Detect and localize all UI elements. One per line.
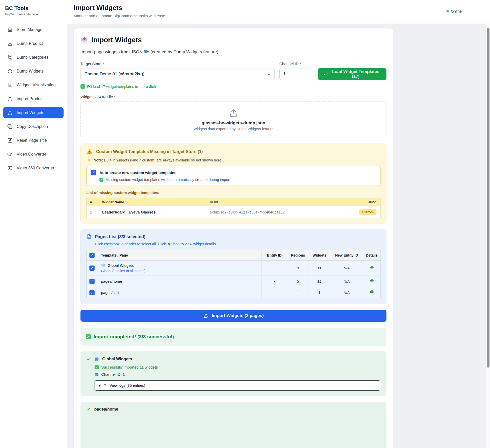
kind-badge: custom (359, 209, 376, 215)
selected-file-name: glasses-bc-widgets-dump.json (202, 120, 265, 126)
brand-title: BC Tools (5, 5, 62, 11)
col-widget-name: Widget Name (99, 198, 207, 207)
warning-triangle-icon (86, 148, 93, 155)
sidebar-item-reset-page-title[interactable]: Reset Page Title (3, 135, 64, 146)
view-details-tree-icon[interactable] (369, 265, 374, 270)
row-checkbox[interactable] (89, 290, 95, 295)
channel-id-label: Channel ID * (279, 62, 313, 66)
sidebar-item-widgets-visualization[interactable]: Widgets Visualization (3, 79, 64, 91)
widgets-count: 11 (309, 261, 330, 276)
svg-text:{ }: { } (88, 236, 90, 239)
sidebar-item-label: Import Product (17, 97, 44, 101)
select-all-checkbox[interactable] (89, 253, 95, 258)
channel-id-input[interactable] (279, 68, 313, 80)
hint-before: Click checkbox in header to select all. … (95, 242, 166, 246)
sidebar: BC Tools BigCommerce Manager Store Manag… (0, 0, 67, 448)
sidebar-item-label: Video 360 Converter (17, 166, 54, 170)
globe-icon (101, 263, 105, 268)
sidebar-nav: Store Manager Dump Product Dump Categori… (0, 20, 67, 180)
sidebar-item-label: Copy Description (17, 124, 48, 129)
sidebar-item-dump-widgets[interactable]: Dump Widgets (3, 66, 64, 77)
sidebar-item-label: Store Manager (17, 27, 44, 32)
sidebar-item-dump-product[interactable]: Dump Product (3, 38, 64, 49)
entity-id: - (262, 287, 287, 298)
col-details: Details (363, 250, 381, 261)
upload-icon (203, 313, 208, 318)
load-status-text: Đã load 17 widget templates từ store đíc… (87, 85, 156, 89)
tv-icon (95, 372, 99, 376)
sidebar-item-store-manager[interactable]: Store Manager (3, 24, 64, 35)
check-box-icon (80, 84, 85, 89)
regions-count: 1 (287, 287, 309, 298)
json-file-icon: { } (86, 234, 92, 240)
check-box-icon (86, 334, 91, 339)
page-name: pages/home (101, 279, 122, 283)
entity-id: - (262, 276, 287, 287)
missing-table-header-row: # Widget Name UUID Kind (87, 198, 381, 207)
warning-note: Note: Built-in widgets (kind ≠ custom) a… (87, 158, 381, 162)
import-widgets-card: Import Widgets Import page widgets from … (74, 28, 393, 448)
category-tree-icon (7, 55, 13, 60)
inbox-tray-icon (80, 36, 88, 44)
target-store-value: Theme Demo 01 (x6mroe2krq) (85, 72, 144, 77)
sidebar-item-video-converter[interactable]: Video Converter (3, 149, 64, 160)
sidebar-item-label: Widgets Visualization (17, 83, 56, 87)
package-icon (7, 68, 13, 74)
col-entity-id: Entity ID (262, 250, 287, 261)
view-details-tree-icon[interactable] (369, 278, 374, 283)
widgets-count: 16 (309, 276, 330, 287)
widget-name: Leaderboard | Eyeva Glasses (99, 206, 207, 218)
upload-icon (7, 96, 13, 102)
sidebar-item-import-product[interactable]: Import Product (3, 93, 64, 105)
storefront-icon (7, 27, 13, 33)
import-widgets-button[interactable]: Import Widgets (3 pages) (80, 310, 386, 322)
view-logs-expander[interactable]: View logs (35 entries) (95, 380, 380, 391)
auto-create-checkbox[interactable] (91, 170, 96, 175)
target-store-select[interactable]: Theme Demo 01 (x6mroe2krq) (80, 68, 275, 80)
result-success-text: Successfully imported 11 widgets (101, 365, 158, 369)
sidebar-item-copy-description[interactable]: Copy Description (3, 121, 64, 132)
status-badge: Online (446, 9, 462, 13)
page-subtitle: Manage and automate BigCommerce tasks wi… (74, 14, 165, 18)
sidebar-item-label: Dump Categories (17, 55, 49, 60)
missing-templates-warning-panel: Custom Widget Templates Missing in Targe… (80, 144, 386, 223)
scrollbar-up-arrow-icon[interactable] (486, 24, 490, 27)
success-check-icon (87, 406, 91, 412)
col-new-entity-id: New Entity ID (330, 250, 363, 261)
sidebar-item-video-360-converter[interactable]: Video 360 Converter (3, 162, 64, 174)
sidebar-item-label: Dump Widgets (17, 69, 44, 74)
sidebar-item-import-widgets[interactable]: Import Widgets (3, 107, 64, 118)
form-row: Target Store * Theme Demo 01 (x6mroe2krq… (80, 62, 386, 80)
upload-icon (7, 110, 13, 116)
pages-table: Template / Page Entity ID Regions Widget… (86, 250, 381, 298)
row-checkbox[interactable] (89, 266, 95, 271)
result-page-name: Global Widgets (102, 357, 132, 361)
scrollbar-thumb[interactable] (487, 28, 489, 368)
online-dot-icon (446, 10, 449, 12)
pages-list-title: Pages List (3/3 selected) (95, 234, 145, 239)
bar-chart-icon (7, 82, 13, 88)
pages-list-header: { } Pages List (3/3 selected) (86, 234, 381, 240)
channel-id-field: Channel ID * (279, 62, 313, 80)
warning-title: Custom Widget Templates Missing in Targe… (96, 149, 203, 154)
status-label: Online (451, 9, 462, 13)
row-checkbox[interactable] (89, 279, 95, 284)
regions-count: 5 (287, 276, 309, 287)
view-logs-label: View logs (35 entries) (109, 383, 145, 388)
sidebar-item-label: Dump Product (17, 41, 43, 46)
brand-subtitle: BigCommerce Manager (5, 13, 62, 16)
file-dropzone[interactable]: glasses-bc-widgets-dump.json Widgets dat… (80, 101, 386, 137)
view-details-tree-icon[interactable] (369, 290, 374, 295)
sidebar-item-dump-categories[interactable]: Dump Categories (3, 52, 64, 63)
widgets-json-file-label: Widgets JSON File * (80, 95, 386, 99)
topbar: Import Widgets Manage and automate BigCo… (67, 0, 490, 24)
load-widget-templates-button[interactable]: Load Widget Templates (17) (318, 68, 386, 80)
page-title: Import Widgets (74, 4, 165, 12)
check-icon (324, 72, 328, 77)
import-completed-banner: Import completed! (3/3 successful) (80, 328, 386, 346)
entity-id: - (262, 261, 287, 276)
vertical-scrollbar[interactable] (486, 24, 490, 448)
missing-templates-table: # Widget Name UUID Kind 1 Leaderboard | … (86, 198, 381, 218)
pages-table-row: pages/cart - 1 1 N/A (87, 287, 381, 298)
load-button-label: Load Widget Templates (17) (331, 69, 381, 79)
